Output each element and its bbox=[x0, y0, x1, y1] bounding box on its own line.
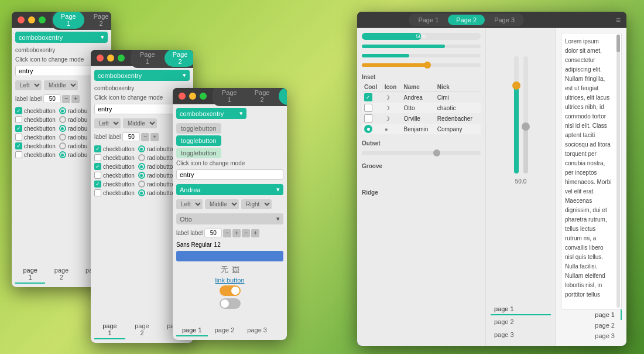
left-combo-2[interactable]: Left bbox=[94, 118, 121, 128]
cb-2-6[interactable] bbox=[94, 189, 101, 196]
minimize-btn[interactable] bbox=[28, 16, 35, 23]
stepper-minus-3[interactable]: − bbox=[223, 229, 231, 237]
andrea-combo[interactable]: Andrea ▾ bbox=[176, 184, 283, 195]
hslider-3-orange[interactable] bbox=[362, 63, 481, 67]
rb-2-3[interactable] bbox=[138, 163, 145, 170]
checkbox-6[interactable] bbox=[15, 151, 22, 158]
scrollbar[interactable] bbox=[616, 35, 620, 308]
stepper-input-2[interactable] bbox=[122, 132, 140, 141]
radio-5[interactable] bbox=[59, 142, 66, 149]
stepper-plus-1[interactable]: + bbox=[71, 95, 80, 103]
tab-page2-w2[interactable]: Page 2 bbox=[165, 50, 193, 67]
close-btn-2[interactable] bbox=[97, 55, 104, 62]
cb-2-4[interactable] bbox=[94, 172, 101, 179]
combobox-3[interactable]: comboboxentry ▾ bbox=[176, 108, 246, 119]
vslider-gray[interactable] bbox=[523, 56, 528, 173]
toggle-btn-3-3[interactable]: togglebutton bbox=[176, 148, 221, 158]
check-cell-3[interactable] bbox=[362, 113, 382, 124]
tab-page3-w4[interactable]: Page 3 bbox=[486, 15, 523, 25]
right-combo-3[interactable]: Right bbox=[241, 199, 272, 209]
hslider-1[interactable] bbox=[362, 45, 481, 48]
pt-2-1[interactable]: page 1 bbox=[94, 321, 125, 339]
pt-v-3[interactable]: page 3 bbox=[589, 331, 622, 341]
tab-page3-w3[interactable]: Page 3 bbox=[279, 88, 287, 105]
menu-icon-4[interactable]: ≡ bbox=[616, 15, 621, 25]
check-item-3: ✓ checkbutton bbox=[15, 125, 56, 132]
close-btn[interactable] bbox=[18, 16, 25, 23]
checkbox-1[interactable]: ✓ bbox=[15, 107, 22, 114]
tab-page1-w1[interactable]: Page 1 bbox=[53, 12, 84, 29]
cb-2-2[interactable] bbox=[94, 154, 101, 161]
hslider-2[interactable] bbox=[362, 54, 481, 57]
pt-2-2[interactable]: page 2 bbox=[126, 321, 157, 339]
left-combo-3[interactable]: Left bbox=[176, 199, 203, 209]
minimize-btn-2[interactable] bbox=[107, 55, 114, 62]
maximize-btn-3[interactable] bbox=[200, 93, 207, 100]
pt-v-1[interactable]: page 1 bbox=[589, 309, 622, 320]
radio-4[interactable] bbox=[59, 134, 66, 141]
middle-combo-2[interactable]: Middle bbox=[123, 118, 157, 128]
pt-h-2[interactable]: page 2 bbox=[491, 316, 551, 328]
stepper-minus-2[interactable]: − bbox=[141, 133, 149, 141]
page-tab-2-w1[interactable]: page 2 bbox=[46, 265, 76, 284]
middle-combo-1[interactable]: Middle bbox=[44, 80, 78, 90]
cb-2-1[interactable]: ✓ bbox=[94, 145, 101, 152]
toggle-switch-on[interactable] bbox=[220, 285, 241, 296]
check-cell-4[interactable] bbox=[362, 124, 382, 134]
maximize-btn-2[interactable] bbox=[118, 55, 125, 62]
stepper-input-1[interactable] bbox=[43, 94, 61, 103]
blue-button[interactable] bbox=[176, 251, 283, 261]
tab-page2-w3[interactable]: Page 2 bbox=[246, 88, 278, 105]
check-cell-1[interactable]: ✓ bbox=[362, 92, 382, 103]
stepper-plus-3b[interactable]: + bbox=[251, 229, 259, 237]
minimize-btn-3[interactable] bbox=[189, 93, 196, 100]
tab-page1-w4[interactable]: Page 1 bbox=[410, 15, 447, 25]
rb-2-2[interactable] bbox=[138, 154, 145, 161]
radio-3[interactable] bbox=[59, 125, 66, 132]
pt-h-3[interactable]: page 3 bbox=[491, 329, 551, 341]
rb-2-4[interactable] bbox=[138, 172, 145, 179]
combobox-2[interactable]: comboboxentry ▾ bbox=[94, 70, 190, 81]
entry-3a[interactable]: entry bbox=[176, 169, 283, 180]
stepper-input-3[interactable] bbox=[204, 229, 222, 237]
stepper-plus-3[interactable]: + bbox=[232, 229, 241, 237]
middle-combo-3[interactable]: Middle bbox=[205, 199, 239, 209]
tab-page2-w1[interactable]: Page 2 bbox=[85, 12, 111, 29]
pt-h-1[interactable]: page 1 bbox=[491, 304, 551, 315]
rb-2-5[interactable] bbox=[138, 181, 145, 188]
stepper-minus-3b[interactable]: − bbox=[242, 229, 250, 237]
hslider-outset[interactable] bbox=[362, 151, 481, 155]
radio-2[interactable] bbox=[59, 116, 66, 123]
vslider-teal[interactable] bbox=[514, 56, 519, 173]
checkbox-5[interactable]: ✓ bbox=[15, 142, 22, 149]
checkbox-4[interactable] bbox=[15, 134, 22, 141]
cb-2-3[interactable]: ✓ bbox=[94, 163, 101, 170]
pt-3-2[interactable]: page 2 bbox=[209, 325, 241, 336]
maximize-btn[interactable] bbox=[39, 16, 46, 23]
rb-2-6[interactable] bbox=[138, 189, 145, 196]
tab-page2-w4[interactable]: Page 2 bbox=[448, 15, 485, 25]
page-tab-1-w1[interactable]: page 1 bbox=[15, 265, 45, 284]
check-cell-2[interactable] bbox=[362, 103, 382, 113]
radio-1[interactable] bbox=[59, 107, 66, 114]
checkbox-2[interactable] bbox=[15, 116, 22, 123]
stepper-plus-2[interactable]: + bbox=[150, 133, 159, 141]
link-button[interactable]: link button bbox=[215, 277, 244, 284]
stepper-minus-1[interactable]: − bbox=[62, 95, 70, 103]
rb-2-1[interactable] bbox=[138, 145, 145, 152]
combobox-1[interactable]: comboboxentry ▾ bbox=[15, 32, 108, 43]
pt-3-3[interactable]: page 3 bbox=[241, 325, 273, 336]
toggle-btn-3-2[interactable]: togglebutton bbox=[176, 135, 221, 146]
tab-page1-w2[interactable]: Page 1 bbox=[132, 50, 163, 67]
left-combo-1[interactable]: Left bbox=[15, 80, 42, 90]
checkbox-3[interactable]: ✓ bbox=[15, 125, 22, 132]
cb-2-5[interactable]: ✓ bbox=[94, 181, 101, 188]
otto-combo[interactable]: Otto ▾ bbox=[176, 213, 283, 224]
pt-v-2[interactable]: page 2 bbox=[589, 320, 622, 331]
toggle-btn-3-1[interactable]: togglebutton bbox=[176, 123, 221, 134]
toggle-switch-off[interactable] bbox=[220, 298, 241, 309]
tab-page1-w3[interactable]: Page 1 bbox=[214, 88, 245, 105]
close-btn-3[interactable] bbox=[179, 93, 186, 100]
radio-6[interactable] bbox=[59, 151, 66, 158]
pt-3-1[interactable]: page 1 bbox=[176, 325, 208, 336]
